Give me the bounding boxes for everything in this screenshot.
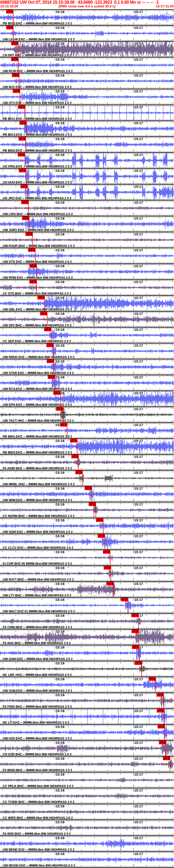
trace-panel[interactable]: 15:1615:17×T 4PB B003 EHZ -- 99999.0km B… — [0, 438, 174, 454]
trace-panel[interactable]: 15:1615:17×T 4IU COR BHZ 00 99999.0km BW… — [0, 550, 174, 565]
trace-panel[interactable]: 15:1615:17×T 4UW STD EHZ -- 99999.0km BW… — [0, 248, 174, 264]
pick-flag[interactable]: ×T 4 — [85, 487, 92, 490]
trace-panel[interactable]: 15:1615:17×T 4NC LMC HHZ -- 99999.0km BW… — [0, 661, 174, 677]
trace-panel[interactable]: 15:1615:17×T 4UW RRHS EHZ -- 99999.0km B… — [0, 343, 174, 359]
pick-flag[interactable]: ×T 4 — [156, 693, 164, 697]
trace-panel[interactable]: 15:1615:17×T 4UW RCM EHZ -- 99999.0km BW… — [0, 57, 174, 73]
pick-flag[interactable]: ×T 4 — [163, 756, 170, 760]
pick-flag[interactable]: ×T 4 — [75, 470, 83, 474]
pick-flag[interactable]: ×T 4 — [56, 407, 63, 411]
trace-panel[interactable]: 15:1615:17CC TCBW BHZ -- 99999.0km BW HI… — [0, 788, 174, 804]
pick-flag[interactable]: ×T 4 — [18, 105, 25, 109]
pick-flag[interactable]: ×T 4 — [13, 89, 20, 93]
trace-panel[interactable]: 15:1615:17×T 4PB B011 EHZ -- 99999.0km B… — [0, 104, 174, 121]
trace-panel[interactable]: 15:1615:17UW MOON EHZ -- 99999.0km BW HI… — [0, 851, 174, 867]
trace-panel[interactable]: 15:1615:17CC WIFE BHZ -- 99999.0km BW HI… — [0, 804, 174, 819]
pick-flag[interactable]: ×T 4 — [29, 280, 37, 284]
pick-flag[interactable]: ×T 4 — [26, 232, 33, 236]
trace-panel[interactable]: 15:1615:17×T 4UW LKVW EHZ -- 99999.0km B… — [0, 25, 174, 41]
pick-flag[interactable]: ×T 4 — [21, 200, 28, 204]
pick-flag[interactable]: ×T 4 — [28, 248, 35, 252]
pick-flag[interactable]: ×T 4 — [71, 455, 79, 458]
trace-panel[interactable]: 15:1615:17×T 4UW MJ2 EHZ -- 99999.0km BW… — [0, 73, 174, 89]
pick-flag[interactable]: ×T 4 — [157, 709, 164, 713]
trace-panel[interactable]: 15:1615:17×T 4UW EPH EHZ -- 99999.0km BW… — [0, 391, 174, 406]
trace-panel[interactable]: 15:1615:17×T 4UW RATT BHZ -- 99999.0km B… — [0, 565, 174, 581]
pick-flag[interactable]: ×T 4 — [106, 582, 114, 586]
pick-flag[interactable]: ×T 4 — [19, 169, 26, 173]
pick-flag[interactable]: ×T 4 — [18, 153, 25, 156]
pick-flag[interactable]: ×T 4 — [132, 645, 139, 649]
pick-flag[interactable]: ×T 4 — [48, 375, 55, 379]
trace-panel[interactable]: 15:1615:17×T 4UW GBL EHZ -- 99999.0km BW… — [0, 295, 174, 311]
trace-panel[interactable]: 15:1615:17×T 4TA F05D BHZ -- 99999.0km B… — [0, 692, 174, 708]
trace-panel[interactable]: 15:1615:17×T 4UW SP2 BHZ -- 99999.0km BW… — [0, 311, 174, 327]
trace-panel[interactable]: 15:1615:17×T 4UW RADR BHZ -- 99999.0km B… — [0, 232, 174, 248]
pick-flag[interactable]: ×T 4 — [157, 725, 165, 728]
trace-panel[interactable]: 15:1615:17×T 4UO JRO EHZ -- 99999.0km BW… — [0, 184, 174, 200]
pick-flag[interactable]: ×T 4 — [22, 216, 29, 220]
pick-flag[interactable]: ×T 4 — [70, 439, 77, 442]
pick-flag[interactable]: ×T 4 — [131, 614, 139, 617]
pick-flag[interactable]: ×T 4 — [104, 566, 111, 569]
trace-panel[interactable]: 15:1615:17×T 4TA A04D BHZ -- 99999.0km B… — [0, 454, 174, 470]
pick-flag[interactable]: ×T 4 — [11, 41, 18, 45]
pick-flag[interactable]: ×T 4 — [53, 391, 60, 395]
trace-panel[interactable]: 15:1615:17×T 4NC LTI EHZ -- 99999.0km BW… — [0, 708, 174, 724]
trace-panel[interactable]: 15:1615:17×T 4UW WIW EHZ -- 99999.0km BW… — [0, 486, 174, 502]
pick-flag[interactable]: ×T 4 — [47, 359, 54, 363]
pick-flag[interactable]: ×T 4 — [159, 741, 166, 744]
trace-panel[interactable]: 15:1615:17×T 4UW YACT HHZ -- 99999.0km B… — [0, 406, 174, 422]
trace-panel[interactable]: 15:1615:17UW BEND EHZ -- 99999.0km BW HI… — [0, 835, 174, 851]
trace-panel[interactable]: 15:1615:17×T 4CN PNT BHZ -- 99999.0km BW… — [0, 41, 174, 57]
trace-panel[interactable]: 15:1615:17×T 4TA B05D BHZ -- 99999.0km B… — [0, 756, 174, 772]
pick-flag[interactable]: ×T 4 — [60, 423, 67, 427]
trace-panel[interactable]: 15:1615:17×T 4UW GSM EHZ -- 99999.0km BW… — [0, 645, 174, 661]
pick-flag[interactable]: ×T 4 — [29, 264, 37, 268]
pick-flag[interactable]: ×T 4 — [97, 534, 105, 538]
trace-panel[interactable]: 15:1615:17×T 4CC CLCV EHZ -- 99999.0km B… — [0, 533, 174, 550]
pick-flag[interactable]: ×T 4 — [148, 677, 156, 681]
trace-panel[interactable]: 15:1615:17×T 4UW LRIV BHZ -- 99999.0km B… — [0, 200, 174, 216]
trace-panel[interactable]: 15:1615:17×T 4PB B941 EHZ -- 99999.0km B… — [0, 422, 174, 438]
trace-panel[interactable]: 15:1615:17TA I05D BHZ -- 99999.0km BW HI… — [0, 819, 174, 835]
pick-flag[interactable]: ×T 4 — [21, 185, 28, 188]
trace-panel[interactable]: 15:1615:17×T 4UW RPW EHZ -- 99999.0km BW… — [0, 264, 174, 279]
pick-flag[interactable]: ×T 4 — [103, 550, 110, 554]
trace-panel[interactable]: 15:1615:17×T 4CN OZB BHZ -- 99999.0km BW… — [0, 740, 174, 756]
pick-flag[interactable]: ×T 4 — [6, 26, 13, 29]
trace-panel[interactable]: 15:1615:17×T 4PB B032 EHZ -- 99999.0km B… — [0, 9, 174, 25]
trace-panel[interactable]: 15:1615:17×T 4PB B943 EHZ -- 99999.0km B… — [0, 136, 174, 152]
trace-panel[interactable]: 15:1615:17×T 4UW STAR EHZ -- 99999.0km B… — [0, 359, 174, 375]
pick-flag[interactable]: ×T 4 — [121, 598, 128, 601]
trace-panel[interactable]: 15:1615:17×T 4UW OT3 EHZ -- 99999.0km BW… — [0, 89, 174, 104]
pick-flag[interactable]: ×T 4 — [47, 343, 54, 347]
pick-flag[interactable]: ×T 4 — [44, 328, 51, 331]
pick-flag[interactable]: ×T 4 — [6, 10, 13, 13]
trace-panel[interactable]: 15:1615:17×T 4UW H2O EHZ -- 99999.0km BW… — [0, 724, 174, 740]
trace-panel[interactable]: 15:1615:17×T 4CC STD BHZ -- 99999.0km BW… — [0, 279, 174, 295]
trace-panel[interactable]: 15:1615:17×T 4UW LTY BHZ -- 99999.0km BW… — [0, 581, 174, 597]
trace-panel[interactable]: 15:1615:17×T 4TA C06D BHZ -- 99999.0km B… — [0, 613, 174, 629]
pick-flag[interactable]: ×T 4 — [40, 312, 47, 315]
pick-flag[interactable]: ×T 4 — [19, 137, 26, 141]
pick-flag[interactable]: ×T 4 — [11, 58, 18, 61]
pick-flag[interactable]: ×T 4 — [12, 73, 19, 77]
trace-panel[interactable]: 15:1615:17×T 4UW NN17 EHZ 01 99999.0km B… — [0, 597, 174, 613]
pick-flag[interactable]: ×T 4 — [132, 629, 139, 633]
pick-flag[interactable]: ×T 4 — [135, 661, 142, 665]
trace-panel[interactable]: 15:1615:17×T 4CC NORM BHZ -- 99999.0km B… — [0, 502, 174, 518]
pick-flag[interactable]: ×T 4 — [19, 121, 27, 125]
pick-flag[interactable]: ×T 4 — [37, 296, 45, 300]
trace-panel[interactable]: 15:1615:17CC PRLK BHZ -- 99999.0km BW HI… — [0, 772, 174, 788]
pick-flag[interactable]: ×T 4 — [96, 518, 103, 522]
trace-panel[interactable]: 15:1615:17×T 4PB B013 EHZ -- 99999.0km B… — [0, 121, 174, 136]
trace-panel[interactable]: 15:1615:17×T 4UW JORV EHZ -- 99999.0km B… — [0, 216, 174, 232]
trace-panel[interactable]: 15:1615:17×T 4TA I04A BHZ -- 99999.0km B… — [0, 629, 174, 645]
trace-panel[interactable]: 15:1615:17×T 4UW RCS EHZ -- 99999.0km BW… — [0, 375, 174, 391]
trace-panel[interactable]: 15:1615:17×T 4UW VGB EHZ -- 99999.0km BW… — [0, 677, 174, 692]
trace-panel[interactable]: 15:1615:17×T 4UW MRBL HHZ -- 99999.0km B… — [0, 470, 174, 486]
trace-panel[interactable]: 15:1615:17×T 4CC SEP EHZ -- 99999.0km BW… — [0, 327, 174, 343]
trace-panel[interactable]: 15:1615:17×T 4UW SQM EHZ -- 99999.0km BW… — [0, 518, 174, 533]
trace-panel[interactable]: 15:1615:17×T 4UO HUO EHZ -- 99999.0km BW… — [0, 168, 174, 184]
